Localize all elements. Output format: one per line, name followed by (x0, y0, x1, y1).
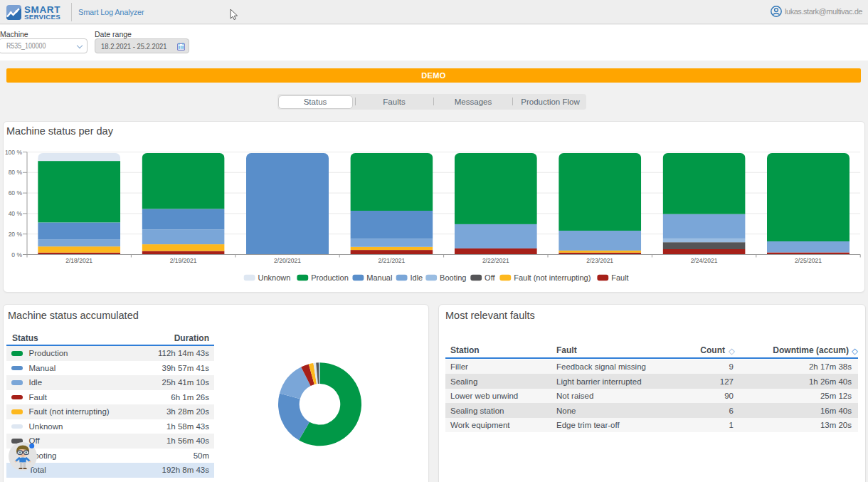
svg-text:40 %: 40 % (9, 210, 23, 217)
svg-text:2/25/2021: 2/25/2021 (795, 257, 822, 264)
svg-text:Fault (not interrupting): Fault (not interrupting) (514, 273, 591, 282)
svg-text:2/23/2021: 2/23/2021 (586, 257, 613, 264)
svg-text:2/20/2021: 2/20/2021 (274, 257, 301, 264)
svg-text:SERVICES: SERVICES (24, 13, 60, 21)
svg-text:2/18/2021: 2/18/2021 (65, 257, 92, 264)
svg-text:0 %: 0 % (11, 251, 22, 258)
svg-text:2/22/2021: 2/22/2021 (482, 257, 509, 264)
svg-text:Booting: Booting (440, 273, 466, 282)
svg-text:Manual: Manual (366, 273, 392, 282)
svg-text:20 %: 20 % (9, 231, 23, 238)
svg-text:Production: Production (311, 273, 349, 282)
svg-text:2/19/2021: 2/19/2021 (170, 257, 197, 264)
svg-text:Unknown: Unknown (258, 273, 291, 282)
svg-text:2/24/2021: 2/24/2021 (691, 257, 718, 264)
svg-text:80 %: 80 % (9, 169, 23, 176)
svg-text:2/21/2021: 2/21/2021 (378, 257, 405, 264)
svg-text:Off: Off (485, 273, 495, 282)
svg-text:Idle: Idle (411, 273, 423, 282)
svg-text:100 %: 100 % (5, 149, 23, 156)
svg-text:Fault: Fault (611, 273, 628, 282)
svg-text:60 %: 60 % (9, 189, 23, 197)
